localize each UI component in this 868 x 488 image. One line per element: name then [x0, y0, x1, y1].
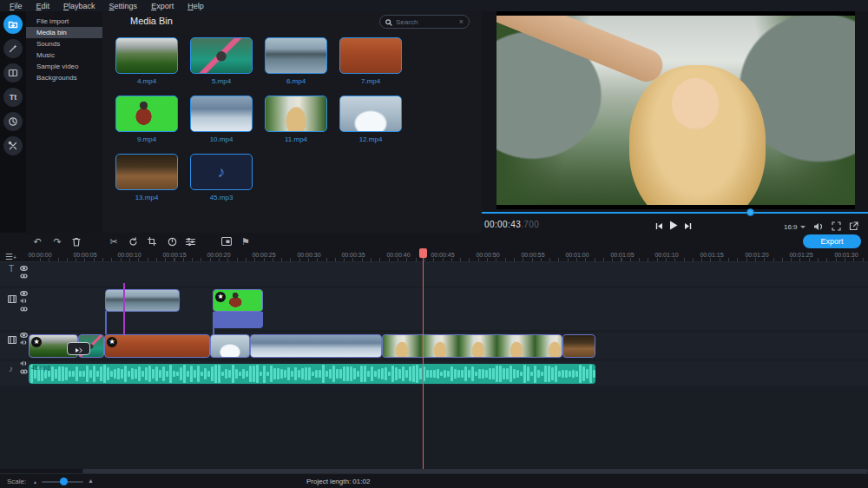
search-input[interactable]	[396, 18, 459, 26]
ruler-tick: 00:00:35	[341, 252, 365, 258]
scale-label: Scale:	[7, 478, 26, 485]
media-item-6mp4[interactable]	[265, 37, 327, 74]
clip-properties-icon[interactable]	[184, 235, 196, 247]
transition-chip[interactable]	[67, 342, 90, 355]
overlay-track-icon	[8, 295, 16, 305]
title-track-row[interactable]	[0, 262, 868, 287]
overlay-clip-6mp4[interactable]	[105, 289, 180, 312]
titles-icon: Tt	[10, 93, 17, 102]
media-item-4mp4[interactable]	[115, 37, 178, 74]
timeline-clip-11mp4[interactable]	[382, 334, 562, 358]
filters-tab-button[interactable]	[3, 39, 23, 58]
nav-item-sounds[interactable]: Sounds	[26, 38, 102, 49]
zoom-in-icon[interactable]: ▲	[88, 478, 94, 484]
music-note-icon: ♪	[218, 163, 226, 181]
ruler-tick: 00:00:50	[476, 252, 499, 258]
menu-export[interactable]: Export	[144, 2, 181, 10]
menubar: File Edit Playback Settings Export Help	[0, 0, 868, 11]
stickers-tab-button[interactable]	[3, 112, 23, 131]
import-tab-button[interactable]	[3, 15, 23, 34]
title-track-link-icon[interactable]	[20, 272, 28, 280]
magic-wand-icon	[8, 43, 18, 54]
search-icon	[385, 14, 392, 30]
titles-tab-button[interactable]: Tt	[3, 88, 23, 107]
title-track-icon: T	[9, 264, 14, 274]
menu-edit[interactable]: Edit	[30, 2, 57, 10]
media-item-label: 4.mp4	[115, 77, 178, 85]
ruler-tick: 00:00:05	[73, 252, 96, 258]
crop-icon[interactable]	[146, 235, 158, 247]
previous-frame-button[interactable]	[655, 218, 663, 234]
seek-bar[interactable]	[482, 212, 868, 214]
search-box[interactable]: ×	[379, 15, 470, 29]
zoom-out-icon[interactable]: ▲	[33, 479, 37, 485]
media-item-12mp4[interactable]	[339, 96, 402, 132]
playhead-handle[interactable]	[419, 248, 427, 258]
audio-track-link-icon[interactable]	[20, 367, 28, 376]
seek-handle[interactable]	[746, 208, 754, 216]
menu-file[interactable]: File	[3, 2, 30, 10]
clear-search-icon[interactable]: ×	[459, 18, 464, 26]
tools-icon	[8, 141, 18, 151]
overlay-track-link-icon[interactable]	[20, 305, 28, 313]
ruler-tick: 00:00:25	[252, 252, 275, 258]
next-frame-button[interactable]	[684, 218, 692, 234]
track-options-icon[interactable]: ☰+	[5, 251, 21, 262]
timeline-ruler[interactable]: 00:00:00 00:00:05 00:00:10 00:00:15 00:0…	[0, 250, 868, 262]
aspect-ratio-dropdown[interactable]: 16:9	[784, 223, 806, 231]
video-track-icon	[8, 336, 16, 346]
media-item-13mp4[interactable]	[115, 154, 178, 190]
nav-item-backgrounds[interactable]: Backgrounds	[26, 72, 102, 83]
delete-icon[interactable]	[70, 235, 82, 247]
ruler-tick: 00:00:30	[297, 252, 320, 258]
add-marker-icon[interactable]: ⚑	[240, 235, 252, 247]
media-item-45mp3[interactable]: ♪	[190, 154, 253, 190]
audio-clip-waveform	[29, 364, 595, 384]
scale-slider-handle[interactable]	[60, 478, 68, 485]
more-tools-tab-button[interactable]	[3, 136, 23, 155]
preview-panel: 00:00:43.700 16:9	[482, 11, 868, 233]
split-icon[interactable]: ✂	[108, 235, 120, 247]
export-button[interactable]: Export	[803, 234, 861, 248]
media-item-7mp4[interactable]	[339, 37, 402, 74]
nav-item-music[interactable]: Music	[26, 49, 102, 61]
ruler-tick: 00:01:25	[789, 252, 812, 258]
timeline-clip-12mp4[interactable]	[210, 334, 250, 358]
nav-item-media-bin[interactable]: Media bin	[26, 27, 102, 38]
star-badge-icon: ★	[215, 292, 226, 302]
timeline-clip-7mp4[interactable]	[104, 334, 210, 358]
media-item-5mp4[interactable]	[190, 37, 253, 74]
nav-item-file-import[interactable]: File import	[26, 16, 102, 27]
media-bin-panel: Media Bin × 4.mp4 5.mp4 6.mp4 7.mp4 9.mp…	[102, 11, 482, 233]
media-item-9mp4[interactable]	[115, 96, 178, 132]
import-nav-panel: File import Media bin Sounds Music Sampl…	[26, 11, 102, 233]
overlay-clip-linked-region[interactable]	[213, 312, 263, 328]
media-item-11mp4[interactable]	[265, 96, 327, 132]
transport-controls	[655, 218, 694, 234]
rotate-icon[interactable]	[127, 235, 139, 247]
menu-playback[interactable]: Playback	[56, 2, 102, 10]
star-badge-icon: ★	[31, 337, 42, 347]
overlay-clip2-connector	[213, 326, 214, 334]
overlay-mode-icon[interactable]	[220, 235, 233, 247]
timeline-clip-13mp4[interactable]	[562, 334, 595, 358]
star-badge-icon: ★	[107, 337, 117, 347]
undo-icon[interactable]: ↶	[31, 235, 43, 247]
transitions-tab-button[interactable]	[3, 63, 23, 82]
playhead-line[interactable]	[423, 250, 424, 469]
media-item-10mp4[interactable]	[190, 96, 253, 132]
play-button[interactable]	[669, 218, 678, 234]
menu-settings[interactable]: Settings	[102, 2, 145, 10]
nav-item-sample-video[interactable]: Sample video	[26, 61, 102, 72]
redo-icon[interactable]: ↷	[51, 235, 63, 247]
media-item-label: 10.mp4	[190, 135, 253, 143]
ruler-tick: 00:01:10	[654, 252, 678, 258]
timeline-clip-10mp4[interactable]	[250, 334, 382, 358]
preview-video[interactable]	[496, 11, 855, 209]
overlay-clip-connector	[105, 311, 107, 334]
menu-help[interactable]: Help	[181, 2, 211, 10]
ruler-tick: 00:00:20	[207, 252, 230, 258]
video-track-mute-icon[interactable]	[20, 339, 28, 347]
clip-speed-icon[interactable]	[166, 235, 178, 247]
audio-clip-45mp3[interactable]: 45.mp3	[29, 364, 595, 384]
